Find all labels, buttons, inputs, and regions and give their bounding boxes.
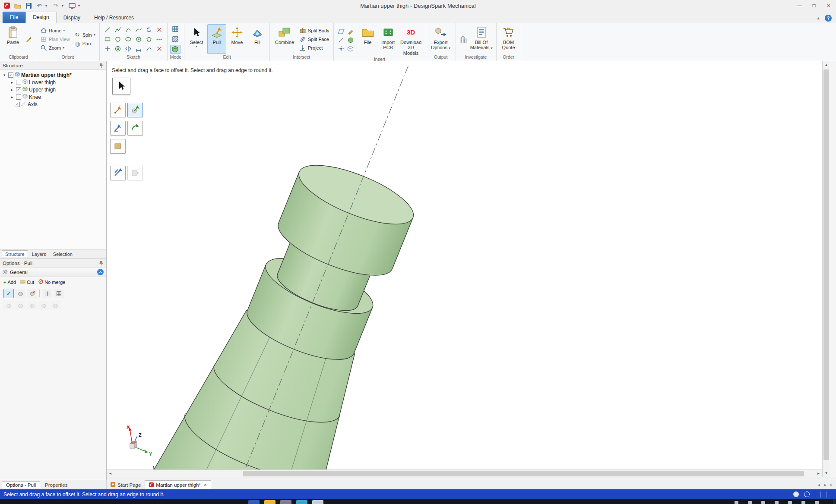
select-mode-float-button[interactable] bbox=[112, 78, 130, 95]
tab-file[interactable]: File bbox=[3, 12, 25, 23]
visibility-checkbox[interactable] bbox=[16, 80, 21, 85]
import-pcb-button[interactable]: Import PCB bbox=[379, 24, 398, 56]
pull-option-ruler-button[interactable] bbox=[42, 289, 52, 298]
tab-selection[interactable]: Selection bbox=[50, 251, 76, 258]
sketch-sweep-arc-icon[interactable] bbox=[144, 25, 154, 35]
taskbar-app-icon[interactable] bbox=[280, 500, 291, 504]
project-button[interactable]: Project bbox=[298, 44, 331, 51]
pull-direction-float-button[interactable] bbox=[110, 103, 126, 117]
sketch-polyline-icon[interactable] bbox=[113, 25, 123, 35]
close-document-icon[interactable]: × bbox=[204, 482, 207, 488]
pan-button[interactable]: Pan bbox=[73, 40, 97, 47]
sketch-arc-icon[interactable] bbox=[144, 44, 154, 54]
screen-capture-icon[interactable] bbox=[67, 1, 77, 10]
tray-icon[interactable] bbox=[735, 501, 738, 504]
sketch-tangent-arc-icon[interactable] bbox=[123, 25, 133, 35]
sketch-dimension-icon[interactable] bbox=[133, 44, 144, 54]
spin-dropdown-icon[interactable]: ▾ bbox=[94, 33, 95, 37]
interference-button[interactable] bbox=[459, 35, 468, 43]
section-mode-button[interactable] bbox=[170, 35, 180, 44]
insert-shell-icon[interactable] bbox=[346, 44, 355, 53]
up-to-float-button[interactable] bbox=[110, 139, 126, 154]
format-painter-button[interactable] bbox=[24, 35, 33, 43]
pull-option-extrude-button[interactable] bbox=[15, 289, 25, 298]
expander-icon[interactable]: ▸ bbox=[10, 95, 15, 99]
tree-item-axis[interactable]: ✓ Axis bbox=[0, 101, 106, 108]
tray-icon[interactable] bbox=[788, 501, 792, 504]
general-section-bar[interactable]: General bbox=[0, 268, 106, 277]
bom-quote-button[interactable]: BOM Quote bbox=[499, 24, 518, 54]
tray-icon[interactable] bbox=[748, 501, 752, 504]
select-dropdown-icon[interactable]: ▾ bbox=[196, 45, 197, 49]
tray-icon[interactable] bbox=[761, 501, 765, 504]
move-tool-button[interactable]: Move bbox=[228, 24, 247, 54]
sketch-line-icon[interactable] bbox=[102, 25, 113, 35]
sketch-rectangle-icon[interactable] bbox=[102, 35, 113, 44]
undo-icon[interactable]: ↶ bbox=[35, 1, 44, 10]
tree-item[interactable]: ▸ ✓ Upper thigh bbox=[0, 86, 106, 93]
help-icon[interactable]: ? bbox=[825, 15, 832, 22]
insert-axis-icon[interactable] bbox=[336, 36, 346, 44]
tab-help-resources[interactable]: Help / Resources bbox=[87, 13, 141, 23]
taskbar-app-icon[interactable] bbox=[248, 500, 260, 504]
tab-display[interactable]: Display bbox=[57, 13, 87, 23]
pull-option-round-button[interactable]: ✓ bbox=[3, 289, 14, 298]
option-add[interactable]: + Add bbox=[3, 280, 16, 285]
tab-start-page[interactable]: Start Page bbox=[107, 480, 145, 489]
visibility-checkbox[interactable]: ✓ bbox=[16, 87, 21, 92]
option-no-merge[interactable]: No merge bbox=[38, 279, 65, 285]
sketch-construction-line-icon[interactable] bbox=[154, 35, 165, 44]
collapse-section-icon[interactable] bbox=[97, 269, 104, 275]
open-file-icon[interactable] bbox=[13, 1, 22, 10]
zoom-button[interactable]: Zoom▾ bbox=[39, 44, 71, 51]
tray-icon[interactable] bbox=[801, 501, 805, 504]
orientation-triad[interactable]: X Z Y bbox=[120, 424, 158, 463]
tab-scroll-left-icon[interactable]: ◄ bbox=[817, 483, 821, 487]
split-face-button[interactable]: Split Face bbox=[298, 35, 331, 43]
insert-point-icon[interactable] bbox=[336, 44, 346, 53]
tab-layers[interactable]: Layers bbox=[29, 251, 49, 258]
bom-dropdown-icon[interactable]: ▾ bbox=[491, 46, 492, 50]
paste-button[interactable]: Paste bbox=[3, 24, 22, 54]
close-button[interactable]: × bbox=[821, 0, 836, 11]
status-indicator-icon[interactable] bbox=[793, 491, 799, 497]
tab-structure[interactable]: Structure bbox=[2, 250, 28, 258]
pull-both-float-button[interactable] bbox=[127, 103, 143, 117]
show-desktop-button[interactable] bbox=[833, 499, 836, 504]
scroll-down-icon[interactable]: ▼ bbox=[823, 469, 830, 477]
tree-item-root[interactable]: ▾ ✓ Martian upper thigh* bbox=[0, 71, 106, 79]
pull-option-grid-button[interactable] bbox=[54, 289, 64, 298]
collapse-ribbon-icon[interactable]: ▲ bbox=[815, 15, 821, 21]
status-info-icon[interactable] bbox=[804, 491, 810, 497]
bend-float-button[interactable] bbox=[127, 121, 143, 135]
split-body-button[interactable]: Split Body bbox=[298, 27, 331, 34]
sketch-point-icon[interactable] bbox=[102, 44, 113, 54]
expander-icon[interactable]: ▸ bbox=[10, 88, 15, 92]
taskbar-app-icon[interactable] bbox=[264, 500, 276, 504]
tree-item[interactable]: ▸ Knee bbox=[0, 93, 106, 101]
fill-tool-button[interactable]: Fill bbox=[248, 24, 267, 54]
export-options-button[interactable]: Export Options ▾ bbox=[429, 24, 453, 54]
viewport[interactable]: Select and drag a face to offset it. Sel… bbox=[107, 61, 822, 469]
sketch-center-circle-icon[interactable] bbox=[133, 35, 144, 44]
sketch-polygon-icon[interactable] bbox=[144, 35, 154, 44]
tray-icon[interactable] bbox=[775, 501, 779, 504]
zoom-dropdown-icon[interactable]: ▾ bbox=[63, 46, 64, 50]
sketch-ellipse-icon[interactable] bbox=[123, 35, 133, 44]
tree-item[interactable]: ▸ Lower thigh bbox=[0, 79, 106, 86]
pin-icon[interactable] bbox=[99, 63, 104, 69]
sketch-mode-button[interactable] bbox=[170, 24, 180, 33]
visibility-checkbox[interactable]: ✓ bbox=[8, 72, 13, 78]
export-dropdown-icon[interactable]: ▾ bbox=[449, 46, 450, 50]
scroll-right-icon[interactable]: ► bbox=[815, 470, 822, 477]
expander-icon[interactable]: ▸ bbox=[10, 80, 15, 85]
sketch-concentric-icon[interactable] bbox=[113, 44, 123, 54]
home-dropdown-icon[interactable]: ▾ bbox=[63, 28, 65, 32]
pin-icon[interactable] bbox=[99, 260, 104, 266]
sweep-float-button[interactable] bbox=[110, 121, 126, 135]
save-icon[interactable] bbox=[24, 1, 33, 10]
sketch-circle-icon[interactable] bbox=[113, 35, 123, 44]
horizontal-scroll-thumb[interactable] bbox=[243, 471, 804, 476]
full-pull-float-button[interactable] bbox=[110, 166, 126, 180]
undo-dropdown-icon[interactable]: ▾ bbox=[45, 4, 50, 8]
